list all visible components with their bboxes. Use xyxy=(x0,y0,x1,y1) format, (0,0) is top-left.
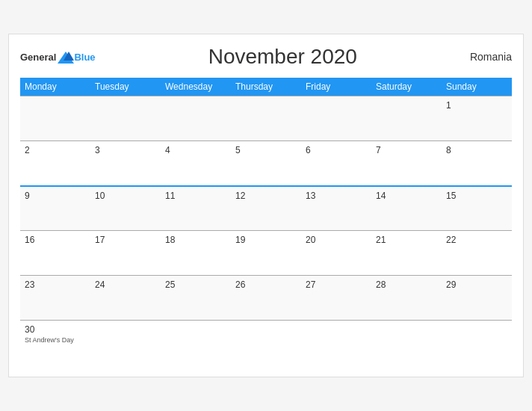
calendar-grid: MondayTuesdayWednesdayThursdayFridaySatu… xyxy=(20,78,512,365)
day-number: 15 xyxy=(446,191,507,201)
day-number: 22 xyxy=(446,235,507,245)
day-number: 2 xyxy=(25,145,86,155)
day-number: 13 xyxy=(306,191,367,201)
calendar-cell: 12 xyxy=(231,186,301,231)
country-name: Romania xyxy=(470,51,512,63)
logo: General Blue xyxy=(20,50,96,64)
weekday-header-tuesday: Tuesday xyxy=(90,78,161,96)
week-row-1: 1 xyxy=(20,96,512,141)
week-row-6: 30St Andrew's Day xyxy=(20,321,512,365)
calendar-cell: 14 xyxy=(371,186,442,231)
day-number: 20 xyxy=(306,235,367,245)
calendar-cell: 26 xyxy=(231,276,301,321)
weekday-header-row: MondayTuesdayWednesdayThursdayFridaySatu… xyxy=(20,78,512,96)
day-number: 12 xyxy=(235,191,297,201)
calendar-cell: 25 xyxy=(161,276,231,321)
day-number: 9 xyxy=(25,191,86,201)
day-event: St Andrew's Day xyxy=(25,336,86,344)
calendar-cell xyxy=(161,321,231,365)
calendar-cell xyxy=(161,96,231,141)
calendar-cell: 20 xyxy=(301,231,371,276)
day-number: 5 xyxy=(235,145,297,155)
calendar-cell: 10 xyxy=(90,186,161,231)
logo-blue-text: Blue xyxy=(74,52,95,63)
day-number: 10 xyxy=(95,191,156,201)
calendar-cell xyxy=(442,321,512,365)
calendar-cell xyxy=(371,321,442,365)
calendar-cell: 2 xyxy=(20,141,90,186)
calendar-cell: 3 xyxy=(90,141,161,186)
calendar-container: General Blue November 2020 Romania Monda… xyxy=(8,34,524,377)
calendar-cell: 19 xyxy=(231,231,301,276)
week-row-2: 2345678 xyxy=(20,141,512,186)
calendar-cell: 16 xyxy=(20,231,90,276)
day-number: 8 xyxy=(446,145,507,155)
logo-icon xyxy=(58,50,74,64)
calendar-cell xyxy=(20,96,90,141)
logo-general-text: General xyxy=(20,52,56,63)
calendar-cell xyxy=(231,96,301,141)
calendar-cell: 8 xyxy=(442,141,512,186)
weekday-header-sunday: Sunday xyxy=(442,78,512,96)
day-number: 19 xyxy=(235,235,297,245)
day-number: 11 xyxy=(165,191,226,201)
calendar-cell: 4 xyxy=(161,141,231,186)
calendar-cell: 23 xyxy=(20,276,90,321)
day-number: 24 xyxy=(95,279,156,290)
calendar-cell: 15 xyxy=(442,186,512,231)
calendar-cell: 9 xyxy=(20,186,90,231)
day-number: 7 xyxy=(376,145,437,155)
week-row-4: 16171819202122 xyxy=(20,231,512,276)
calendar-cell: 27 xyxy=(301,276,371,321)
day-number: 16 xyxy=(25,235,86,245)
calendar-title: November 2020 xyxy=(96,45,470,69)
calendar-cell: 30St Andrew's Day xyxy=(20,321,90,365)
weekday-header-monday: Monday xyxy=(20,78,90,96)
calendar-cell xyxy=(301,96,371,141)
calendar-cell: 11 xyxy=(161,186,231,231)
calendar-cell xyxy=(231,321,301,365)
calendar-cell: 13 xyxy=(301,186,371,231)
day-number: 14 xyxy=(376,191,437,201)
calendar-cell xyxy=(90,321,161,365)
calendar-cell: 18 xyxy=(161,231,231,276)
day-number: 30 xyxy=(25,324,86,335)
day-number: 4 xyxy=(165,145,226,155)
weekday-header-saturday: Saturday xyxy=(371,78,442,96)
calendar-cell: 17 xyxy=(90,231,161,276)
weekday-header-thursday: Thursday xyxy=(231,78,301,96)
calendar-cell xyxy=(301,321,371,365)
weekday-header-wednesday: Wednesday xyxy=(161,78,231,96)
day-number: 1 xyxy=(446,100,507,111)
calendar-cell: 28 xyxy=(371,276,442,321)
calendar-cell: 22 xyxy=(442,231,512,276)
weekday-header-friday: Friday xyxy=(301,78,371,96)
calendar-cell xyxy=(371,96,442,141)
day-number: 3 xyxy=(95,145,156,155)
day-number: 28 xyxy=(376,279,437,290)
calendar-header: General Blue November 2020 Romania xyxy=(20,42,512,72)
day-number: 29 xyxy=(446,279,507,290)
day-number: 26 xyxy=(235,279,297,290)
calendar-cell: 21 xyxy=(371,231,442,276)
calendar-cell: 29 xyxy=(442,276,512,321)
day-number: 6 xyxy=(306,145,367,155)
calendar-cell: 1 xyxy=(442,96,512,141)
week-row-5: 23242526272829 xyxy=(20,276,512,321)
day-number: 17 xyxy=(95,235,156,245)
day-number: 25 xyxy=(165,279,226,290)
day-number: 23 xyxy=(25,279,86,290)
day-number: 21 xyxy=(376,235,437,245)
day-number: 27 xyxy=(306,279,367,290)
calendar-cell xyxy=(90,96,161,141)
day-number: 18 xyxy=(165,235,226,245)
week-row-3: 9101112131415 xyxy=(20,186,512,231)
calendar-cell: 6 xyxy=(301,141,371,186)
calendar-cell: 24 xyxy=(90,276,161,321)
calendar-cell: 7 xyxy=(371,141,442,186)
calendar-cell: 5 xyxy=(231,141,301,186)
